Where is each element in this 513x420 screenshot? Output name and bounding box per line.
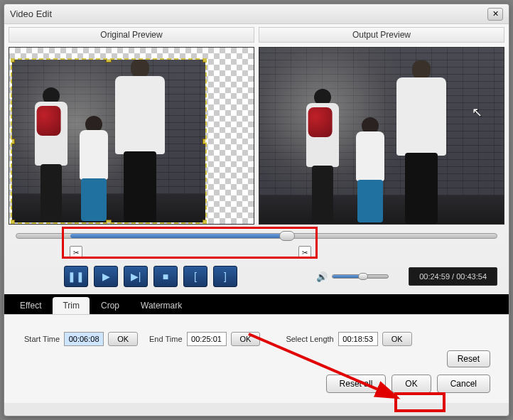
tab-trim[interactable]: Trim (53, 297, 90, 314)
crop-handle-bl[interactable] (11, 220, 15, 224)
end-time-label: End Time (149, 335, 182, 343)
end-time-input[interactable] (187, 332, 227, 346)
dialog-buttons: Reset all OK Cancel (17, 375, 496, 393)
seek-fill (70, 234, 284, 238)
tabs-area: Effect Trim Crop Watermark Start Time OK… (4, 294, 509, 403)
time-display: 00:24:59 / 00:43:54 (409, 267, 497, 286)
reset-all-button[interactable]: Reset all (326, 375, 387, 393)
crop-handle-bm[interactable] (106, 220, 112, 224)
original-preview[interactable] (9, 47, 254, 225)
video-frame-output (259, 48, 504, 224)
playback-controls: ❚❚ ▶ ▶| ■ [ ] 🔊 00:24:59 / 00:43:54 (16, 266, 497, 287)
mark-out-button[interactable]: ] (213, 266, 237, 287)
bracket-close-icon: ] (224, 271, 227, 282)
next-frame-button[interactable]: ▶| (124, 266, 148, 287)
play-icon: ▶ (102, 271, 110, 282)
window-title: Video Edit (10, 9, 52, 19)
preview-panes: ↖ (9, 47, 504, 225)
ok-button[interactable]: OK (392, 375, 431, 393)
reset-button[interactable]: Reset (447, 350, 490, 367)
select-length-ok-button[interactable]: OK (382, 332, 412, 346)
timeline-area: ✂ ✂ (16, 230, 497, 260)
pause-button[interactable]: ❚❚ (64, 266, 88, 287)
crop-handle-tl[interactable] (11, 58, 15, 63)
close-icon: ✕ (492, 9, 499, 18)
next-icon: ▶| (131, 271, 141, 282)
start-time-label: Start Time (24, 335, 60, 343)
crop-handle-tm[interactable] (106, 58, 112, 63)
crop-handle-tr[interactable] (202, 58, 207, 63)
scissors-icon: ✂ (302, 249, 308, 257)
tab-effect[interactable]: Effect (10, 297, 51, 314)
crop-handle-br[interactable] (202, 220, 207, 224)
select-length-label: Select Length (286, 335, 333, 343)
tab-watermark[interactable]: Watermark (131, 297, 192, 314)
crop-region[interactable] (11, 58, 207, 224)
trim-out-handle[interactable]: ✂ (298, 246, 311, 259)
preview-headers: Original Preview Output Preview (9, 27, 504, 43)
seek-track[interactable] (16, 233, 497, 239)
volume-control: 🔊 (316, 271, 389, 282)
video-frame-original (12, 60, 205, 222)
end-time-ok-button[interactable]: OK (231, 332, 261, 346)
trim-handle-row: ✂ ✂ (16, 246, 497, 260)
start-time-input[interactable] (64, 332, 104, 346)
crop-handle-mr[interactable] (202, 139, 207, 144)
tab-crop[interactable]: Crop (91, 297, 129, 314)
stop-button[interactable]: ■ (153, 266, 178, 287)
video-edit-window: Video Edit ✕ Original Preview Output Pre… (4, 4, 509, 416)
output-preview-header: Output Preview (259, 27, 504, 43)
bracket-open-icon: [ (194, 271, 197, 282)
seek-thumb[interactable] (279, 231, 295, 241)
crop-handle-ml[interactable] (11, 139, 15, 144)
original-preview-header: Original Preview (9, 27, 254, 43)
trim-controls: Start Time OK End Time OK Select Length … (17, 332, 496, 346)
mouse-cursor-icon: ↖ (472, 104, 482, 120)
scissors-icon: ✂ (73, 249, 79, 257)
volume-thumb[interactable] (358, 273, 368, 280)
trim-in-handle[interactable]: ✂ (70, 246, 82, 259)
tab-strip: Effect Trim Crop Watermark (4, 294, 509, 314)
output-preview[interactable]: ↖ (259, 47, 504, 225)
cancel-button[interactable]: Cancel (437, 375, 490, 393)
pause-icon: ❚❚ (68, 271, 85, 282)
tab-body-trim: Start Time OK End Time OK Select Length … (4, 314, 509, 403)
close-button[interactable]: ✕ (487, 8, 503, 21)
start-time-ok-button[interactable]: OK (108, 332, 138, 346)
speaker-icon[interactable]: 🔊 (316, 271, 328, 282)
mark-in-button[interactable]: [ (183, 266, 207, 287)
titlebar: Video Edit ✕ (4, 4, 509, 24)
select-length-input[interactable] (338, 332, 378, 346)
volume-track[interactable] (332, 274, 389, 279)
stop-icon: ■ (163, 271, 168, 282)
volume-fill (333, 275, 361, 278)
play-button[interactable]: ▶ (94, 266, 118, 287)
